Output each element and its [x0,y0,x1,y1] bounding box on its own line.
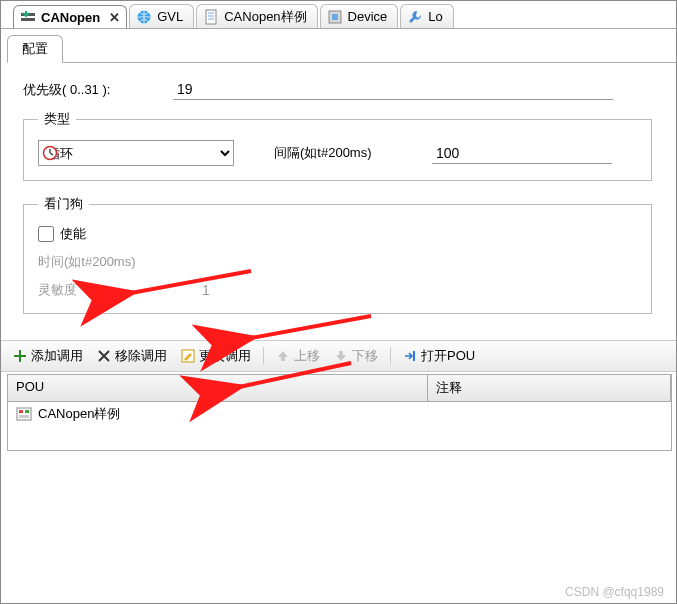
arrow-up-icon [276,349,290,363]
task-icon [20,10,36,26]
config-form: 优先级( 0..31 ): 类型 循环 间隔(如t#200ms) 看门狗 使能 … [1,63,676,332]
doc-icon [203,9,219,25]
tab-canopen-sample[interactable]: CANopen样例 [196,4,317,28]
watchdog-group: 看门狗 使能 时间(如t#200ms) 灵敏度 [23,195,652,314]
watermark: CSDN @cfqq1989 [565,585,664,599]
open-icon [403,349,417,363]
table-row[interactable]: CANopen样例 [8,402,671,426]
grid-header: POU 注释 [8,375,671,402]
tab-gvl[interactable]: GVL [129,4,194,28]
change-call-button[interactable]: 更改调用 [175,345,257,367]
col-comment[interactable]: 注释 [428,375,671,401]
interval-input[interactable] [432,143,612,164]
sensitivity-label: 灵敏度 [38,281,200,299]
subtab-label: 配置 [22,41,48,56]
separator [263,347,264,365]
device-icon [327,9,343,25]
subtab-bar: 配置 [1,29,676,63]
clock-icon [42,145,58,161]
x-icon [97,349,111,363]
move-up-button: 上移 [270,345,326,367]
tab-label: Lo [428,9,442,24]
editor-tab-bar: CANopen ✕ GVL CANopen样例 Device Lo [1,1,676,29]
wrench-icon [407,9,423,25]
tab-device[interactable]: Device [320,4,399,28]
col-pou[interactable]: POU [8,375,428,401]
svg-rect-15 [19,415,29,418]
pou-icon [16,406,32,422]
tab-canopen[interactable]: CANopen ✕ [13,5,127,29]
priority-input[interactable] [173,79,613,100]
tab-extra[interactable]: Lo [400,4,453,28]
edit-icon [181,349,195,363]
svg-rect-3 [206,10,216,24]
svg-rect-1 [21,18,35,21]
enable-checkbox[interactable] [38,226,54,242]
add-call-button[interactable]: 添加调用 [7,345,89,367]
move-down-button: 下移 [328,345,384,367]
svg-rect-12 [17,408,31,420]
subtab-config[interactable]: 配置 [7,35,63,63]
open-pou-button[interactable]: 打开POU [397,345,481,367]
tab-label: GVL [157,9,183,24]
svg-rect-11 [413,351,415,361]
tab-label: CANopen [41,10,100,25]
svg-rect-13 [19,410,23,413]
time-input [200,253,400,271]
tab-label: Device [348,9,388,24]
arrow-down-icon [334,349,348,363]
pou-grid: POU 注释 CANopen样例 [7,374,672,451]
svg-rect-8 [332,14,338,20]
pou-toolbar: 添加调用 移除调用 更改调用 上移 下移 打开POU [1,340,676,372]
type-select[interactable]: 循环 [38,140,234,166]
tab-label: CANopen样例 [224,8,306,26]
type-group: 类型 循环 间隔(如t#200ms) [23,110,652,181]
table-row[interactable] [8,426,671,450]
cell-pou: CANopen样例 [38,405,120,423]
plus-icon [13,349,27,363]
enable-label: 使能 [60,225,86,243]
globe-icon [136,9,152,25]
time-label: 时间(如t#200ms) [38,253,200,271]
interval-label: 间隔(如t#200ms) [274,144,414,162]
separator [390,347,391,365]
sensitivity-input [200,281,260,299]
remove-call-button[interactable]: 移除调用 [91,345,173,367]
svg-rect-14 [25,410,29,413]
watchdog-legend: 看门狗 [38,195,89,213]
close-icon[interactable]: ✕ [109,10,120,25]
type-legend: 类型 [38,110,76,128]
priority-label: 优先级( 0..31 ): [23,81,173,99]
cell-comment [428,412,671,416]
